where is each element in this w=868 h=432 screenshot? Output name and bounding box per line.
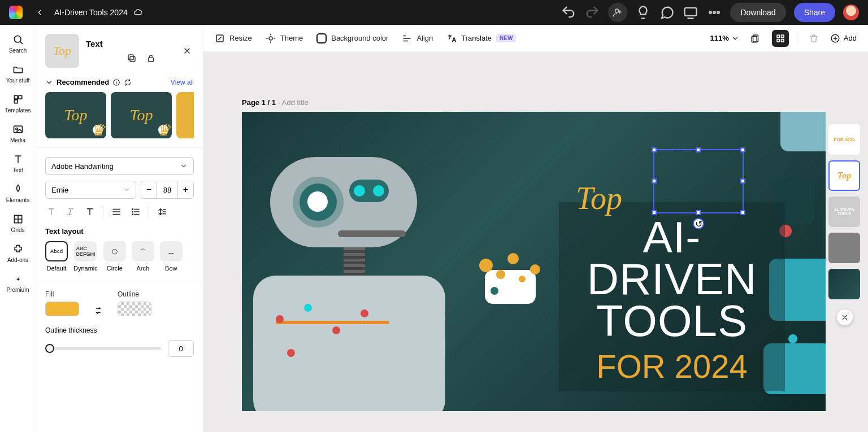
- info-icon[interactable]: [112, 78, 120, 86]
- page-thumb[interactable]: FOR 2024: [828, 124, 860, 155]
- text-line2[interactable]: TOOLS: [596, 300, 748, 342]
- grid-view-icon[interactable]: [772, 30, 789, 47]
- fill-swatch[interactable]: [45, 302, 79, 316]
- collapse-thumbs-button[interactable]: [837, 309, 853, 325]
- topbar: AI-Driven Tools 2024 Download Share: [0, 0, 868, 25]
- layout-arch[interactable]: ⌒Arch: [132, 241, 154, 272]
- page-thumb[interactable]: AI-DRIVEN TOOLS: [828, 197, 860, 227]
- outline-thickness-slider[interactable]: [45, 347, 161, 350]
- recommended-card[interactable]: Top♛: [111, 92, 172, 138]
- font-family-value: Adobe Handwriting: [51, 162, 114, 171]
- align-button[interactable]: [110, 206, 123, 218]
- swap-colors-icon[interactable]: [93, 305, 104, 316]
- svg-rect-24: [781, 35, 784, 38]
- recommended-card[interactable]: [176, 92, 194, 138]
- comment-icon[interactable]: [659, 5, 675, 20]
- user-avatar[interactable]: [843, 5, 859, 20]
- rail-search[interactable]: Search: [2, 34, 34, 54]
- font-size-stepper[interactable]: − +: [141, 181, 194, 199]
- layout-bow[interactable]: ‿Bow: [160, 241, 183, 272]
- bg-shape: [780, 112, 826, 151]
- align-group-button[interactable]: Align: [402, 33, 433, 43]
- svg-point-4: [718, 11, 720, 14]
- translate-button[interactable]: TranslateNEW: [446, 33, 516, 43]
- adobe-logo[interactable]: [9, 6, 23, 19]
- duplicate-icon[interactable]: [127, 53, 137, 63]
- outline-thickness-input[interactable]: [168, 340, 194, 357]
- outline-label: Outline: [118, 290, 151, 298]
- spacing-button[interactable]: [156, 206, 168, 218]
- pages-icon[interactable]: [747, 30, 764, 47]
- close-panel-button[interactable]: [180, 44, 194, 58]
- svg-point-20: [269, 37, 272, 40]
- title-block[interactable]: Top AI-DRIVEN TOOLS FOR 2024: [559, 202, 785, 391]
- text-year[interactable]: FOR 2024: [596, 347, 748, 385]
- svg-point-2: [710, 11, 712, 14]
- layout-dynamic[interactable]: ABCDEFGHIDynamic: [73, 241, 98, 272]
- rail-elements[interactable]: Elements: [2, 184, 34, 203]
- share-button[interactable]: Share: [794, 3, 835, 22]
- back-button[interactable]: [32, 5, 47, 20]
- page-thumb[interactable]: Top: [828, 160, 860, 191]
- document-title[interactable]: AI-Driven Tools 2024: [54, 8, 128, 17]
- svg-rect-7: [18, 95, 21, 99]
- recommended-card[interactable]: Top♛: [45, 92, 106, 138]
- refresh-icon[interactable]: [124, 78, 132, 86]
- svg-rect-25: [777, 39, 780, 42]
- text-top[interactable]: Top: [576, 180, 622, 216]
- rail-media[interactable]: Media: [2, 124, 34, 143]
- present-icon[interactable]: [683, 5, 698, 20]
- more-icon[interactable]: [706, 5, 722, 20]
- undo-button[interactable]: [561, 5, 576, 20]
- list-button[interactable]: [129, 206, 142, 218]
- svg-point-0: [615, 9, 619, 12]
- chevron-down-icon[interactable]: [45, 78, 53, 86]
- redo-button[interactable]: [584, 5, 600, 20]
- delete-icon[interactable]: [805, 30, 822, 47]
- rail-text[interactable]: Text: [2, 154, 34, 173]
- rail-grids-label: Grids: [11, 227, 25, 233]
- text-line1[interactable]: AI-DRIVEN: [559, 216, 785, 300]
- resize-button[interactable]: Resize: [215, 33, 252, 43]
- layout-default[interactable]: AbcdDefault: [45, 241, 68, 272]
- bulb-icon[interactable]: [635, 5, 651, 20]
- font-size-increase[interactable]: +: [177, 181, 193, 198]
- svg-point-10: [15, 128, 17, 130]
- text-style-1[interactable]: [45, 206, 58, 218]
- rail-your-stuff[interactable]: Your stuff: [2, 64, 34, 84]
- canvas-stage[interactable]: Page 1 / 1 - Add title: [203, 52, 868, 432]
- outline-thickness-label: Outline thickness: [45, 326, 194, 334]
- invite-button[interactable]: [608, 3, 627, 22]
- rail-media-label: Media: [10, 137, 25, 143]
- page-thumb[interactable]: [828, 269, 860, 299]
- text-style-3[interactable]: [84, 206, 96, 218]
- font-family-select[interactable]: Adobe Handwriting: [45, 157, 194, 175]
- rotate-handle[interactable]: ↺: [693, 218, 704, 229]
- rail-grids[interactable]: Grids: [2, 213, 34, 233]
- download-button[interactable]: Download: [730, 3, 785, 22]
- text-style-2[interactable]: [64, 206, 77, 218]
- font-size-input[interactable]: [157, 181, 177, 198]
- lock-icon[interactable]: [146, 53, 156, 63]
- rail-search-label: Search: [9, 47, 27, 54]
- rail-templates[interactable]: Templates: [2, 94, 34, 114]
- zoom-dropdown[interactable]: 111%: [710, 34, 739, 42]
- add-page-button[interactable]: Add: [830, 33, 857, 43]
- text-panel: Top Text Recommended View all Top♛ Top♛ …: [36, 25, 203, 432]
- theme-button[interactable]: Theme: [266, 33, 303, 43]
- chevron-down-icon: [731, 34, 739, 42]
- page-info[interactable]: Page 1 / 1 - Add title: [242, 98, 309, 107]
- cloud-icon: [133, 7, 144, 18]
- page-thumb[interactable]: [828, 233, 860, 263]
- panel-title: Text: [86, 39, 156, 49]
- view-all-link[interactable]: View all: [171, 78, 194, 86]
- outline-swatch[interactable]: [118, 302, 151, 316]
- selection-box[interactable]: ↺: [653, 149, 744, 213]
- font-size-decrease[interactable]: −: [141, 181, 157, 198]
- rail-addons[interactable]: Add-ons: [2, 243, 34, 263]
- rail-premium[interactable]: ✦Premium: [2, 273, 34, 293]
- recommended-heading: Recommended: [57, 78, 109, 86]
- layout-circle[interactable]: ◯Circle: [103, 241, 126, 272]
- font-style-select[interactable]: Ernie: [45, 181, 136, 199]
- bgcolor-button[interactable]: Background color: [316, 33, 388, 43]
